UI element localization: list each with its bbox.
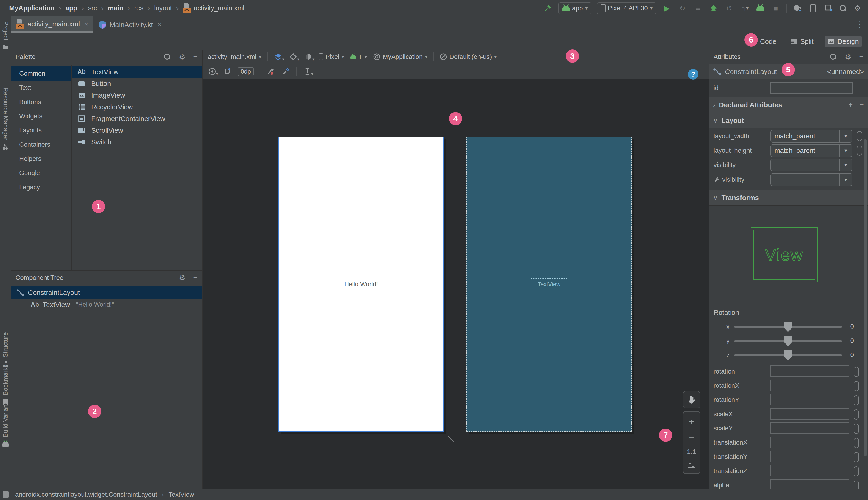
canvas-resize-grip[interactable] — [447, 434, 456, 443]
theme-select[interactable]: MyApplication ▾ — [373, 53, 427, 60]
tools-attribute-toggle[interactable] — [854, 480, 859, 489]
breadcrumb-item[interactable]: res — [134, 4, 143, 12]
sidebar-item-resource-manager[interactable]: Resource Manager — [0, 88, 11, 150]
slider-thumb[interactable] — [784, 350, 792, 361]
add-attribute-icon[interactable]: + — [848, 101, 853, 109]
zoom-to-fit-button[interactable] — [688, 462, 695, 468]
apply-changes-restart-icon[interactable] — [755, 3, 765, 13]
zoom-out-button[interactable]: − — [689, 433, 694, 442]
hello-world-text[interactable]: Hello World! — [344, 281, 378, 288]
profiler-icon[interactable]: ∩▾ — [740, 3, 750, 13]
tab-options-kebab-icon[interactable]: ⋮ — [856, 20, 864, 29]
breadcrumb-file[interactable]: <> activity_main.xml — [183, 3, 244, 13]
device-select[interactable]: Pixel 4 API 30 ▾ — [597, 2, 656, 14]
tools-attribute-toggle[interactable] — [854, 466, 859, 476]
palette-category[interactable]: Google — [11, 166, 71, 180]
palette-category[interactable]: Helpers — [11, 152, 71, 166]
tools-attribute-toggle[interactable] — [854, 438, 859, 448]
slider-track[interactable] — [734, 326, 842, 328]
guidelines-icon[interactable]: ▾ — [303, 67, 312, 76]
design-blueprint-toggle-icon[interactable]: ▾ — [274, 52, 283, 61]
breadcrumb-item[interactable]: app — [66, 4, 78, 12]
view-options-icon[interactable]: ▾ — [208, 67, 217, 76]
hide-panel-icon[interactable]: − — [193, 53, 197, 61]
attribute-input[interactable] — [770, 365, 849, 377]
view-mode-design[interactable]: Design — [825, 36, 862, 47]
settings-gear-icon[interactable]: ⚙ — [853, 3, 863, 13]
attribute-input[interactable] — [770, 436, 849, 448]
attribute-input[interactable] — [770, 479, 849, 489]
tools-attribute-toggle[interactable] — [854, 395, 859, 405]
palette-category[interactable]: Containers — [11, 137, 71, 152]
sidebar-item-project[interactable]: Project — [0, 21, 11, 50]
debug-button[interactable] — [709, 3, 719, 13]
hide-panel-icon[interactable]: − — [859, 53, 864, 61]
layout-section[interactable]: ∨ Layout — [709, 113, 868, 128]
search-everywhere-icon[interactable] — [839, 4, 847, 12]
design-view-phone[interactable]: Hello World! — [278, 137, 444, 432]
breadcrumb-item[interactable]: main — [108, 4, 123, 12]
blueprint-view-phone[interactable]: TextView — [466, 137, 632, 432]
attach-debugger-icon[interactable]: ↺ — [724, 3, 734, 13]
sidebar-item-build-variants[interactable]: Build Variants — [0, 400, 11, 447]
sdk-manager-icon[interactable] — [824, 3, 834, 13]
tools-attribute-toggle[interactable] — [854, 452, 859, 462]
palette-item-button[interactable]: Button — [72, 78, 202, 89]
palette-category[interactable]: Text — [11, 81, 71, 95]
palette-category[interactable]: Layouts — [11, 123, 71, 137]
remove-attribute-icon[interactable]: − — [859, 101, 864, 109]
device-for-preview-select[interactable]: Pixel ▾ — [319, 53, 344, 60]
palette-item-imageview[interactable]: ImageView — [72, 89, 202, 101]
attribute-input[interactable] — [770, 408, 849, 420]
tools-attribute-toggle[interactable] — [857, 131, 862, 141]
declared-attributes-section[interactable]: › Declared Attributes + − — [709, 97, 868, 113]
tools-visibility-select[interactable]: ▾ — [770, 173, 853, 186]
slider-track[interactable] — [734, 354, 842, 356]
sidebar-item-bookmarks[interactable]: Bookmarks — [0, 364, 11, 405]
close-icon[interactable]: × — [84, 20, 89, 28]
locale-select[interactable]: Default (en-us) ▾ — [440, 53, 496, 60]
tools-attribute-toggle[interactable] — [854, 424, 859, 434]
run-configuration-select[interactable]: app ▾ — [558, 2, 591, 14]
default-margin-button[interactable]: 0dp — [238, 67, 254, 76]
attribute-input[interactable] — [770, 451, 849, 462]
tools-attribute-toggle[interactable] — [854, 381, 859, 391]
attribute-input[interactable] — [770, 422, 849, 434]
attribute-input[interactable] — [770, 380, 849, 391]
attribute-input[interactable] — [770, 394, 849, 405]
palette-category[interactable]: Widgets — [11, 109, 71, 123]
apply-code-changes-icon[interactable]: ≡ — [693, 3, 703, 13]
status-component-path[interactable]: androidx.constraintlayout.widget.Constra… — [15, 491, 157, 498]
tab-main-activity-kt[interactable]: MainActivity.kt × — [93, 16, 167, 33]
build-hammer-icon[interactable] — [543, 3, 553, 13]
status-selected-component[interactable]: TextView — [169, 491, 194, 498]
tab-activity-main-xml[interactable]: <> activity_main.xml × — [11, 16, 93, 33]
id-input[interactable] — [770, 82, 853, 94]
transforms-section[interactable]: ∨ Transforms — [709, 190, 868, 206]
attributes-scrollbar[interactable] — [864, 139, 867, 456]
slider-thumb[interactable] — [784, 322, 792, 332]
layout-height-select[interactable]: match_parent ▾ — [770, 144, 853, 157]
breadcrumb-item[interactable]: src — [88, 4, 97, 12]
breadcrumb-item[interactable]: layout — [154, 4, 172, 12]
night-mode-icon[interactable]: ▾ — [304, 52, 313, 61]
layout-width-select[interactable]: match_parent ▾ — [770, 130, 853, 143]
stop-button[interactable]: ■ — [771, 3, 781, 13]
breadcrumb-item[interactable]: MyApplication — [9, 4, 55, 12]
api-version-select[interactable]: T ▾ — [350, 53, 367, 60]
palette-item-scrollview[interactable]: ScrollView — [72, 124, 202, 136]
device-manager-icon[interactable] — [808, 3, 818, 13]
slider-thumb[interactable] — [784, 336, 792, 346]
palette-category[interactable]: Legacy — [11, 180, 71, 194]
tree-row-textview[interactable]: Ab TextView "Hello World!" — [11, 298, 202, 311]
tools-attribute-toggle[interactable] — [854, 367, 859, 377]
gradle-sync-icon[interactable] — [792, 3, 802, 13]
run-button[interactable]: ▶ — [662, 3, 672, 13]
search-icon[interactable] — [163, 53, 171, 61]
attribute-input[interactable] — [770, 465, 849, 476]
hide-panel-icon[interactable]: − — [193, 273, 197, 282]
zoom-actual-size-button[interactable]: 1:1 — [687, 449, 696, 455]
blueprint-textview[interactable]: TextView — [531, 279, 567, 290]
tree-row-constraintlayout[interactable]: ConstraintLayout — [11, 286, 202, 298]
pan-tool-button[interactable] — [683, 391, 700, 408]
